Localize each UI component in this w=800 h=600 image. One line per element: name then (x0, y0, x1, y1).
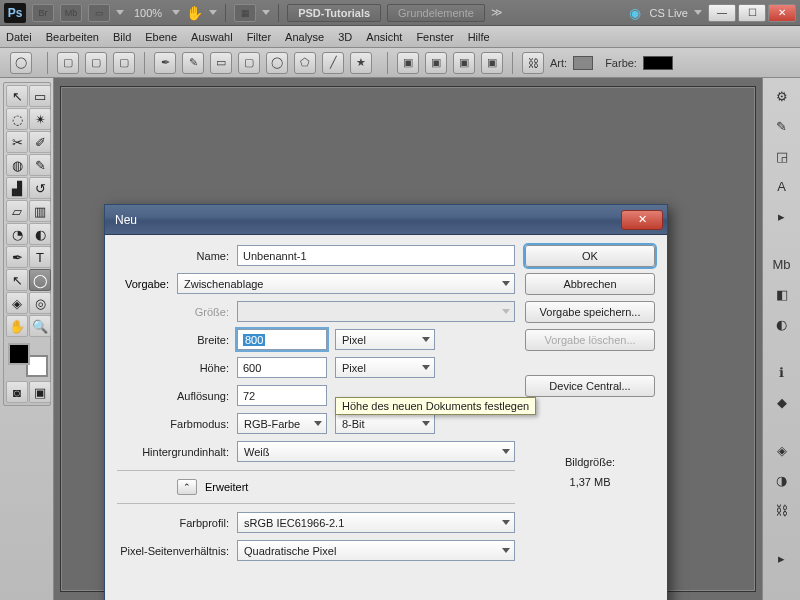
type-tool-icon[interactable]: T (29, 246, 51, 268)
ellipse-shape-icon[interactable]: ◯ (266, 52, 288, 74)
styles-icon[interactable]: ◆ (772, 392, 792, 412)
color-icon[interactable]: ◐ (772, 314, 792, 334)
nav-icon[interactable]: ◲ (772, 146, 792, 166)
menu-analyse[interactable]: Analyse (285, 31, 324, 43)
menu-auswahl[interactable]: Auswahl (191, 31, 233, 43)
info-icon[interactable]: ℹ (772, 362, 792, 382)
pen-tool-icon[interactable]: ✒ (6, 246, 28, 268)
preset-select[interactable]: Zwischenablage (177, 273, 515, 294)
path-select-icon[interactable]: ↖ (6, 269, 28, 291)
char-icon[interactable]: A (772, 176, 792, 196)
width-input[interactable]: 800 (237, 329, 327, 350)
menu-ansicht[interactable]: Ansicht (366, 31, 402, 43)
3d-cam-icon[interactable]: ◎ (29, 292, 51, 314)
arrange-icon[interactable]: ▦ (234, 4, 256, 22)
line-shape-icon[interactable]: ╱ (322, 52, 344, 74)
dropdown-icon[interactable] (209, 10, 217, 15)
resolution-input[interactable]: 72 (237, 385, 327, 406)
dropdown-icon[interactable] (116, 10, 124, 15)
screen-mode-icon[interactable]: ▭ (88, 4, 110, 22)
height-unit-select[interactable]: Pixel (335, 357, 435, 378)
custom-shape-icon[interactable]: ★ (350, 52, 372, 74)
shape-tool-icon[interactable]: ◯ (10, 52, 32, 74)
lasso-tool-icon[interactable]: ◌ (6, 108, 28, 130)
dialog-close-button[interactable]: ✕ (621, 210, 663, 230)
hand-tool-icon[interactable]: ✋ (186, 5, 203, 21)
shape-layers-icon[interactable]: ▢ (57, 52, 79, 74)
paths-icon[interactable]: ▢ (85, 52, 107, 74)
pathop3-icon[interactable]: ▣ (453, 52, 475, 74)
dodge-tool-icon[interactable]: ◐ (29, 223, 51, 245)
device-central-button[interactable]: Device Central... (525, 375, 655, 397)
colormode-select[interactable]: RGB-Farbe (237, 413, 327, 434)
ok-button[interactable]: OK (525, 245, 655, 267)
more-icon[interactable]: ▸ (772, 206, 792, 226)
menu-hilfe[interactable]: Hilfe (468, 31, 490, 43)
zoom-tool-icon[interactable]: 🔍 (29, 315, 51, 337)
background-select[interactable]: Weiß (237, 441, 515, 462)
fg-color-swatch[interactable] (8, 343, 30, 365)
minimize-button[interactable]: — (708, 4, 736, 22)
pen-icon[interactable]: ✒ (154, 52, 176, 74)
dropdown-icon[interactable] (262, 10, 270, 15)
history-brush-icon[interactable]: ↺ (29, 177, 51, 199)
screenmode-icon[interactable]: ▣ (29, 381, 51, 403)
maximize-button[interactable]: ☐ (738, 4, 766, 22)
cancel-button[interactable]: Abbrechen (525, 273, 655, 295)
menu-filter[interactable]: Filter (247, 31, 271, 43)
save-preset-button[interactable]: Vorgabe speichern... (525, 301, 655, 323)
pathop2-icon[interactable]: ▣ (425, 52, 447, 74)
color-swatch[interactable] (643, 56, 673, 70)
cs-live-label[interactable]: CS Live (649, 7, 688, 19)
menu-datei[interactable]: Datei (6, 31, 32, 43)
link-icon[interactable]: ⛓ (522, 52, 544, 74)
close-button[interactable]: ✕ (768, 4, 796, 22)
colorprofile-select[interactable]: sRGB IEC61966-2.1 (237, 512, 515, 533)
healing-tool-icon[interactable]: ◍ (6, 154, 28, 176)
pixelaspect-select[interactable]: Quadratische Pixel (237, 540, 515, 561)
bridge-icon[interactable]: Br (32, 4, 54, 22)
menu-bearbeiten[interactable]: Bearbeiten (46, 31, 99, 43)
name-input[interactable]: Unbenannt-1 (237, 245, 515, 266)
eyedropper-tool-icon[interactable]: ✐ (29, 131, 51, 153)
crop-tool-icon[interactable]: ✂ (6, 131, 28, 153)
workspace-grundelemente[interactable]: Grundelemente (387, 4, 485, 22)
swatches-icon[interactable]: ◧ (772, 284, 792, 304)
menu-3d[interactable]: 3D (338, 31, 352, 43)
brushes-icon[interactable]: ✎ (772, 116, 792, 136)
style-swatch[interactable] (573, 56, 593, 70)
color-picker[interactable] (6, 341, 50, 379)
layers-icon[interactable]: ◈ (772, 440, 792, 460)
move-tool-icon[interactable]: ↖ (6, 85, 28, 107)
pathop4-icon[interactable]: ▣ (481, 52, 503, 74)
pathop1-icon[interactable]: ▣ (397, 52, 419, 74)
channels-icon[interactable]: ◑ (772, 470, 792, 490)
fill-pixels-icon[interactable]: ▢ (113, 52, 135, 74)
gradient-tool-icon[interactable]: ▥ (29, 200, 51, 222)
actions-icon[interactable]: ▸ (772, 548, 792, 568)
stamp-tool-icon[interactable]: ▟ (6, 177, 28, 199)
chevron-right-icon[interactable]: ≫ (491, 6, 503, 19)
zoom-level[interactable]: 100% (130, 7, 166, 19)
menu-ebene[interactable]: Ebene (145, 31, 177, 43)
width-unit-select[interactable]: Pixel (335, 329, 435, 350)
workspace-psd-tutorials[interactable]: PSD-Tutorials (287, 4, 381, 22)
3d-tool-icon[interactable]: ◈ (6, 292, 28, 314)
paths-icon[interactable]: ⛓ (772, 500, 792, 520)
dropdown-icon[interactable] (172, 10, 180, 15)
menu-bild[interactable]: Bild (113, 31, 131, 43)
quickmask-icon[interactable]: ◙ (6, 381, 28, 403)
polygon-shape-icon[interactable]: ⬠ (294, 52, 316, 74)
minibridge-icon[interactable]: Mb (772, 254, 792, 274)
shape-tool-icon[interactable]: ◯ (29, 269, 51, 291)
eraser-tool-icon[interactable]: ▱ (6, 200, 28, 222)
dialog-titlebar[interactable]: Neu ✕ (105, 205, 667, 235)
marquee-tool-icon[interactable]: ▭ (29, 85, 51, 107)
dropdown-icon[interactable] (694, 10, 702, 15)
hand-tool-icon[interactable]: ✋ (6, 315, 28, 337)
advanced-toggle[interactable]: ⌃ (177, 479, 197, 495)
brush-tool-icon[interactable]: ✎ (29, 154, 51, 176)
minibridge-icon[interactable]: Mb (60, 4, 82, 22)
rect-shape-icon[interactable]: ▭ (210, 52, 232, 74)
blur-tool-icon[interactable]: ◔ (6, 223, 28, 245)
